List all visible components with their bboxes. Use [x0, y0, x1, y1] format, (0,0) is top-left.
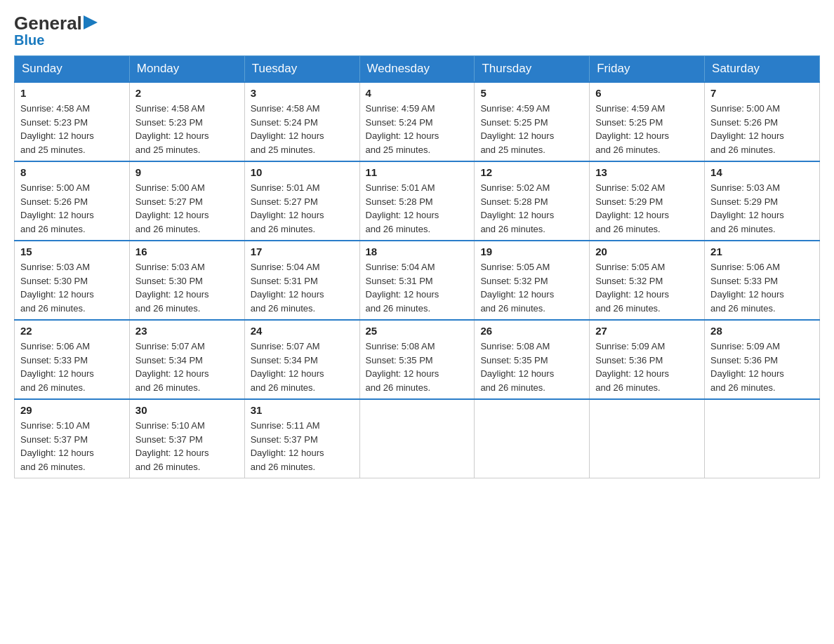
- day-info: Sunrise: 4:58 AM Sunset: 5:23 PM Dayligh…: [20, 102, 124, 156]
- day-number: 29: [20, 404, 124, 416]
- logo-triangle-icon: [84, 15, 99, 29]
- day-info: Sunrise: 5:01 AM Sunset: 5:28 PM Dayligh…: [366, 181, 469, 236]
- day-info: Sunrise: 5:06 AM Sunset: 5:33 PM Dayligh…: [710, 260, 814, 315]
- day-number: 3: [251, 87, 354, 99]
- day-info: Sunrise: 5:11 AM Sunset: 5:37 PM Dayligh…: [251, 419, 354, 474]
- day-info: Sunrise: 5:03 AM Sunset: 5:29 PM Dayligh…: [710, 181, 814, 236]
- day-info: Sunrise: 5:01 AM Sunset: 5:27 PM Dayligh…: [251, 181, 354, 236]
- calendar-cell: 9 Sunrise: 5:00 AM Sunset: 5:27 PM Dayli…: [129, 161, 244, 241]
- day-number: 2: [135, 87, 239, 99]
- header-thursday: Thursday: [475, 56, 590, 83]
- calendar-cell: 6 Sunrise: 4:59 AM Sunset: 5:25 PM Dayli…: [590, 82, 705, 161]
- day-number: 10: [251, 166, 354, 178]
- day-info: Sunrise: 4:59 AM Sunset: 5:25 PM Dayligh…: [480, 102, 583, 156]
- day-info: Sunrise: 5:03 AM Sunset: 5:30 PM Dayligh…: [135, 260, 239, 315]
- calendar-cell: 3 Sunrise: 4:58 AM Sunset: 5:24 PM Dayli…: [244, 82, 359, 161]
- day-number: 17: [251, 246, 354, 257]
- calendar-cell: 7 Sunrise: 5:00 AM Sunset: 5:26 PM Dayli…: [705, 82, 820, 161]
- day-number: 23: [135, 325, 239, 337]
- day-number: 8: [20, 166, 124, 178]
- calendar-cell: 21 Sunrise: 5:06 AM Sunset: 5:33 PM Dayl…: [705, 241, 820, 320]
- calendar-cell: [359, 399, 475, 478]
- day-info: Sunrise: 5:09 AM Sunset: 5:36 PM Dayligh…: [595, 340, 699, 394]
- day-number: 19: [480, 246, 583, 257]
- day-number: 7: [710, 87, 814, 99]
- day-number: 9: [135, 166, 239, 178]
- calendar-cell: 12 Sunrise: 5:02 AM Sunset: 5:28 PM Dayl…: [475, 161, 590, 241]
- calendar-cell: 17 Sunrise: 5:04 AM Sunset: 5:31 PM Dayl…: [244, 241, 359, 320]
- week-row-2: 8 Sunrise: 5:00 AM Sunset: 5:26 PM Dayli…: [15, 161, 820, 241]
- calendar-cell: 5 Sunrise: 4:59 AM Sunset: 5:25 PM Dayli…: [475, 82, 590, 161]
- day-number: 12: [480, 166, 583, 178]
- day-info: Sunrise: 5:02 AM Sunset: 5:28 PM Dayligh…: [480, 181, 583, 236]
- day-info: Sunrise: 5:00 AM Sunset: 5:26 PM Dayligh…: [710, 102, 814, 156]
- calendar-cell: 10 Sunrise: 5:01 AM Sunset: 5:27 PM Dayl…: [244, 161, 359, 241]
- calendar-cell: [705, 399, 820, 478]
- calendar-cell: 19 Sunrise: 5:05 AM Sunset: 5:32 PM Dayl…: [475, 241, 590, 320]
- day-number: 18: [366, 246, 469, 257]
- day-info: Sunrise: 5:08 AM Sunset: 5:35 PM Dayligh…: [366, 340, 469, 394]
- day-number: 25: [366, 325, 469, 337]
- calendar-cell: 24 Sunrise: 5:07 AM Sunset: 5:34 PM Dayl…: [244, 320, 359, 399]
- logo: General Blue: [14, 14, 99, 48]
- day-info: Sunrise: 5:09 AM Sunset: 5:36 PM Dayligh…: [710, 340, 814, 394]
- day-number: 4: [366, 87, 469, 99]
- calendar-cell: 22 Sunrise: 5:06 AM Sunset: 5:33 PM Dayl…: [15, 320, 130, 399]
- calendar-cell: 28 Sunrise: 5:09 AM Sunset: 5:36 PM Dayl…: [705, 320, 820, 399]
- calendar-cell: 25 Sunrise: 5:08 AM Sunset: 5:35 PM Dayl…: [359, 320, 475, 399]
- day-number: 14: [710, 166, 814, 178]
- day-info: Sunrise: 5:05 AM Sunset: 5:32 PM Dayligh…: [480, 260, 583, 315]
- calendar-cell: [475, 399, 590, 478]
- day-number: 31: [251, 404, 354, 416]
- day-number: 30: [135, 404, 239, 416]
- header-sunday: Sunday: [15, 56, 130, 83]
- day-info: Sunrise: 5:00 AM Sunset: 5:26 PM Dayligh…: [20, 181, 124, 236]
- calendar-cell: 4 Sunrise: 4:59 AM Sunset: 5:24 PM Dayli…: [359, 82, 475, 161]
- day-info: Sunrise: 5:07 AM Sunset: 5:34 PM Dayligh…: [135, 340, 239, 394]
- day-info: Sunrise: 5:07 AM Sunset: 5:34 PM Dayligh…: [251, 340, 354, 394]
- calendar-cell: 13 Sunrise: 5:02 AM Sunset: 5:29 PM Dayl…: [590, 161, 705, 241]
- calendar-cell: 14 Sunrise: 5:03 AM Sunset: 5:29 PM Dayl…: [705, 161, 820, 241]
- day-number: 22: [20, 325, 124, 337]
- header-monday: Monday: [129, 56, 244, 83]
- calendar-cell: [590, 399, 705, 478]
- week-row-3: 15 Sunrise: 5:03 AM Sunset: 5:30 PM Dayl…: [15, 241, 820, 320]
- day-info: Sunrise: 5:00 AM Sunset: 5:27 PM Dayligh…: [135, 181, 239, 236]
- day-info: Sunrise: 4:58 AM Sunset: 5:24 PM Dayligh…: [251, 102, 354, 156]
- calendar-cell: 1 Sunrise: 4:58 AM Sunset: 5:23 PM Dayli…: [15, 82, 130, 161]
- header-tuesday: Tuesday: [244, 56, 359, 83]
- day-number: 1: [20, 87, 124, 99]
- calendar-cell: 23 Sunrise: 5:07 AM Sunset: 5:34 PM Dayl…: [129, 320, 244, 399]
- day-info: Sunrise: 5:06 AM Sunset: 5:33 PM Dayligh…: [20, 340, 124, 394]
- day-info: Sunrise: 4:59 AM Sunset: 5:25 PM Dayligh…: [595, 102, 699, 156]
- day-number: 13: [595, 166, 699, 178]
- header-saturday: Saturday: [705, 56, 820, 83]
- week-row-4: 22 Sunrise: 5:06 AM Sunset: 5:33 PM Dayl…: [15, 320, 820, 399]
- day-number: 20: [595, 246, 699, 257]
- calendar-cell: 11 Sunrise: 5:01 AM Sunset: 5:28 PM Dayl…: [359, 161, 475, 241]
- svg-marker-0: [84, 15, 98, 29]
- day-info: Sunrise: 5:04 AM Sunset: 5:31 PM Dayligh…: [251, 260, 354, 315]
- header-wednesday: Wednesday: [359, 56, 475, 83]
- calendar-cell: 8 Sunrise: 5:00 AM Sunset: 5:26 PM Dayli…: [15, 161, 130, 241]
- calendar-cell: 18 Sunrise: 5:04 AM Sunset: 5:31 PM Dayl…: [359, 241, 475, 320]
- day-number: 27: [595, 325, 699, 337]
- day-number: 21: [710, 246, 814, 257]
- day-number: 16: [135, 246, 239, 257]
- day-number: 15: [20, 246, 124, 257]
- page-header: General Blue: [14, 14, 820, 48]
- week-row-5: 29 Sunrise: 5:10 AM Sunset: 5:37 PM Dayl…: [15, 399, 820, 478]
- logo-blue: Blue: [14, 32, 44, 48]
- week-row-1: 1 Sunrise: 4:58 AM Sunset: 5:23 PM Dayli…: [15, 82, 820, 161]
- calendar-cell: 15 Sunrise: 5:03 AM Sunset: 5:30 PM Dayl…: [15, 241, 130, 320]
- calendar-cell: 16 Sunrise: 5:03 AM Sunset: 5:30 PM Dayl…: [129, 241, 244, 320]
- day-info: Sunrise: 4:58 AM Sunset: 5:23 PM Dayligh…: [135, 102, 239, 156]
- day-info: Sunrise: 5:10 AM Sunset: 5:37 PM Dayligh…: [20, 419, 124, 474]
- calendar-cell: 2 Sunrise: 4:58 AM Sunset: 5:23 PM Dayli…: [129, 82, 244, 161]
- day-info: Sunrise: 5:10 AM Sunset: 5:37 PM Dayligh…: [135, 419, 239, 474]
- header-friday: Friday: [590, 56, 705, 83]
- day-number: 6: [595, 87, 699, 99]
- day-info: Sunrise: 5:05 AM Sunset: 5:32 PM Dayligh…: [595, 260, 699, 315]
- day-number: 11: [366, 166, 469, 178]
- calendar-cell: 26 Sunrise: 5:08 AM Sunset: 5:35 PM Dayl…: [475, 320, 590, 399]
